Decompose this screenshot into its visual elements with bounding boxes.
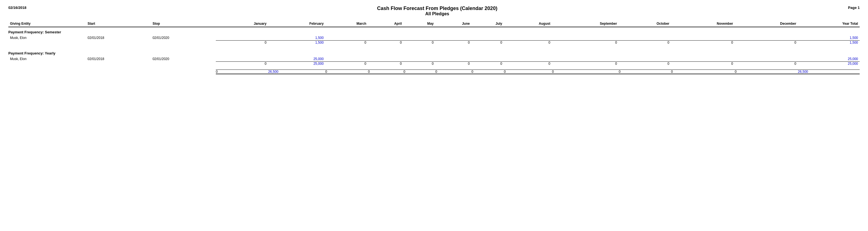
col-header-stop: Stop	[151, 21, 216, 27]
spacer-1	[8, 66, 860, 70]
col-header-june: June	[435, 21, 471, 27]
report-subtitle: All Pledges	[26, 11, 848, 17]
col-header-november: November	[671, 21, 735, 27]
subtotal-line-0: 01,50000000000001,500	[8, 40, 860, 45]
col-header-february: February	[268, 21, 325, 27]
col-header-january: January	[216, 21, 268, 27]
data-row-1-0: Musk, Elon02/01/201802/01/202025,00025,0…	[8, 56, 860, 62]
col-header-august: August	[504, 21, 552, 27]
col-header-start: Start	[86, 21, 151, 27]
grand-total-line: 026,500000000000026,500	[8, 70, 860, 74]
report-title: Cash Flow Forecast From Pledges (Calenda…	[26, 5, 848, 11]
section-header-0: Payment Frequency: Semester	[8, 27, 860, 35]
column-headers: Giving Entity Start Stop January Februar…	[8, 21, 860, 27]
col-header-may: May	[404, 21, 436, 27]
report-table: Giving Entity Start Stop January Februar…	[8, 21, 860, 74]
col-header-year-total: Year Total	[798, 21, 860, 27]
col-header-september: September	[552, 21, 619, 27]
col-header-october: October	[619, 21, 671, 27]
page-number: Page 1	[848, 5, 860, 10]
spacer-0	[8, 45, 860, 48]
col-header-march: March	[325, 21, 368, 27]
col-header-december: December	[735, 21, 798, 27]
report-header: 02/16/2018 Cash Flow Forecast From Pledg…	[8, 5, 860, 17]
report-date: 02/16/2018	[8, 5, 26, 10]
data-row-0-0: Musk, Elon02/01/201802/01/20201,5001,500	[8, 35, 860, 40]
report-title-block: Cash Flow Forecast From Pledges (Calenda…	[26, 5, 848, 17]
col-header-april: April	[368, 21, 404, 27]
col-header-entity: Giving Entity	[8, 21, 86, 27]
section-header-1: Payment Frequency: Yearly	[8, 48, 860, 56]
col-header-july: July	[471, 21, 504, 27]
subtotal-line-1: 025,000000000000025,000	[8, 62, 860, 66]
